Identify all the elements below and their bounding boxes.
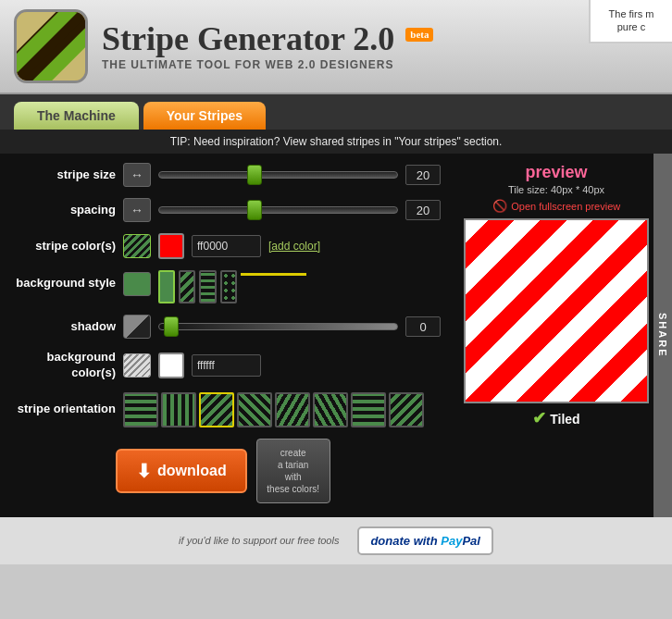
footer: if you'd like to support our free tools … [0, 517, 672, 564]
spacing-label: spacing [14, 203, 116, 218]
bg-color-row: background color(s) [14, 350, 441, 381]
tarian-line2: a tarian [278, 460, 308, 470]
download-button[interactable]: ⬇ download [116, 449, 247, 493]
shadow-icon [123, 315, 151, 339]
paypal-donate-button[interactable]: donate with PayPal [357, 526, 493, 555]
orientation-options [123, 392, 424, 427]
bg-style-label: background style [14, 270, 116, 291]
bg-style-options [158, 270, 306, 303]
stripe-size-thumb[interactable] [247, 165, 262, 185]
stripe-size-track [158, 171, 398, 179]
logo-icon [14, 9, 88, 83]
bg-color-swatch[interactable] [158, 353, 184, 378]
shadow-thumb[interactable] [164, 316, 179, 337]
orient-horizontal[interactable] [123, 392, 158, 427]
tarian-line4: these colors! [267, 484, 319, 494]
spacing-thumb[interactable] [247, 200, 262, 220]
add-color-button[interactable]: [add color] [268, 240, 320, 253]
orient-cross[interactable] [351, 392, 386, 427]
orient-diagonal-4[interactable] [313, 392, 348, 427]
tarian-line3: with [285, 472, 302, 482]
tip-text: TIP: Need inspiration? View shared strip… [170, 135, 503, 148]
stripe-color-row: stripe color(s) [add color] [14, 233, 441, 259]
stripe-size-label: stripe size [14, 167, 116, 183]
shadow-track [158, 323, 398, 330]
beta-badge: beta [405, 28, 433, 42]
shadow-label: shadow [14, 319, 116, 335]
title-text: Stripe Generator [102, 20, 344, 57]
subtitle: THE ULTIMATE TOOL FOR WEB 2.0 DESIGNERS [102, 58, 433, 71]
download-label: download [157, 463, 227, 479]
spacing-icon: ↔ [123, 198, 151, 222]
bg-style-lines[interactable] [199, 270, 216, 303]
orient-diagonal-2[interactable] [237, 392, 272, 427]
preview-box [464, 218, 649, 403]
paypal-text: donate with PayPal [370, 534, 480, 548]
orient-diag-cross[interactable] [389, 392, 424, 427]
stripe-color-label: stripe color(s) [14, 239, 116, 254]
bg-color-icon [123, 353, 151, 378]
main-content: stripe size ↔ 20 spacing ↔ 20 stripe col… [0, 154, 672, 517]
bg-style-row: background style [14, 270, 441, 303]
shadow-slider[interactable] [158, 317, 398, 336]
spacing-value: 20 [405, 200, 441, 220]
tab-machine[interactable]: The Machine [14, 102, 139, 130]
stripe-color-input[interactable] [192, 235, 261, 257]
spacing-slider[interactable] [158, 201, 398, 219]
orient-diagonal-3[interactable] [275, 392, 310, 427]
version-text: 2.0 [353, 20, 394, 57]
tab-stripes[interactable]: Your Stripes [143, 102, 266, 130]
shadow-value: 0 [405, 316, 441, 337]
tip-bar: TIP: Need inspiration? View shared strip… [0, 130, 672, 154]
tiled-check-icon: ✔ [532, 409, 546, 427]
bg-color-input[interactable] [192, 354, 261, 377]
main-wrapper: stripe size ↔ 20 spacing ↔ 20 stripe col… [0, 154, 672, 517]
preview-tiled: ✔ Tiled [454, 408, 658, 428]
tarian-line1: create [280, 448, 306, 458]
footer-support-text: if you'd like to support our free tools [179, 535, 339, 546]
bg-style-solid[interactable] [158, 270, 175, 303]
bg-color-label: background color(s) [14, 350, 116, 381]
orientation-label: stripe orientation [14, 402, 116, 417]
preview-fullscreen: 🚫 Open fullscreen preview [454, 197, 658, 214]
preview-tile-size: Tile size: 40px * 40px [454, 184, 658, 195]
orient-diagonal-1[interactable] [199, 392, 234, 427]
bg-style-stripe[interactable] [179, 270, 195, 303]
header-promo: The firs m pure c [589, 0, 672, 43]
tarian-button[interactable]: create a tarian with these colors! [256, 439, 330, 503]
stripe-size-icon: ↔ [123, 163, 151, 187]
header-text: Stripe Generator 2.0 beta THE ULTIMATE T… [102, 22, 433, 71]
app-title: Stripe Generator 2.0 beta [102, 22, 433, 56]
stripe-size-row: stripe size ↔ 20 [14, 163, 441, 187]
orient-vertical[interactable] [161, 392, 196, 427]
download-icon: ⬇ [136, 460, 152, 482]
spacing-row: spacing ↔ 20 [14, 198, 441, 222]
bg-style-icon [123, 272, 151, 296]
fullscreen-link[interactable]: Open fullscreen preview [511, 201, 620, 212]
tab-bar: The Machine Your Stripes [0, 94, 672, 130]
bottom-row: ⬇ download create a tarian with these co… [116, 439, 441, 503]
stripe-size-slider[interactable] [158, 166, 398, 184]
stripe-color-swatch[interactable] [158, 233, 184, 259]
stripe-color-icon [123, 234, 151, 258]
orientation-row: stripe orientation [14, 392, 441, 427]
preview-title: preview [454, 163, 658, 182]
stripe-preview-canvas [466, 220, 647, 402]
share-button[interactable]: SHARE [653, 154, 672, 517]
tiled-label: Tiled [550, 412, 579, 427]
controls-panel: stripe size ↔ 20 spacing ↔ 20 stripe col… [14, 163, 441, 503]
header: Stripe Generator 2.0 beta THE ULTIMATE T… [0, 0, 672, 94]
bg-style-dots[interactable] [220, 270, 237, 303]
shadow-row: shadow 0 [14, 315, 441, 339]
preview-panel: preview Tile size: 40px * 40px 🚫 Open fu… [454, 163, 658, 503]
stripe-size-value: 20 [405, 165, 441, 185]
spacing-track [158, 206, 398, 214]
